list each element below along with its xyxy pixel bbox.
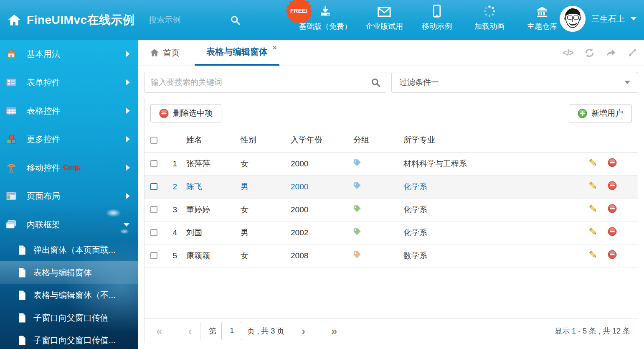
search-icon[interactable] [371,78,380,89]
edit-icon[interactable] [588,181,598,190]
tag-icon [352,181,361,190]
sidebar-subitem-label: 表格与编辑窗体（不... [33,290,116,301]
cell-year: 2002 [287,221,349,244]
row-checkbox[interactable] [150,183,157,190]
cell-gender: 女 [236,152,287,175]
sidebar-subitem-child-to-parent[interactable]: 子窗口向父窗口传值 [0,306,138,329]
document-icon [18,267,27,278]
sidebar-subitem-label: 弹出窗体（本页面或... [33,245,116,256]
delete-selected-button[interactable]: 删除选中项 [150,104,221,122]
table-header-row: 姓名 性别 入学年份 分组 所学专业 [145,128,638,152]
delete-icon[interactable] [608,181,617,190]
frames-icon [6,219,17,230]
header-search-input[interactable] [149,15,212,25]
page-suffix: 页 , 共 3 页 [247,326,284,336]
sidebar-item-page-layout[interactable]: 页面布局 [0,182,138,210]
button-label: 删除选中项 [173,108,213,119]
nav-item-mobile-demo[interactable]: 移动示例 [417,5,457,31]
app-window: FineUIMvc在线示例 FREE! 基础版（免费） 企业版试用 移动示例 [0,0,644,349]
main-area: 首页 表格与编辑窗体 × </> [138,40,644,349]
sidebar-subitem-grid-edit-window-2[interactable]: 表格与编辑窗体（不... [0,284,138,306]
prev-page-button[interactable]: ‹ [188,326,192,336]
sidebar-item-mobile-controls[interactable]: 移动控件 Corp. [0,153,138,182]
major-link[interactable]: 化学系 [403,182,427,191]
chevron-right-icon [126,51,130,57]
button-label: 新增用户 [591,108,623,119]
keyword-search-input[interactable] [145,72,386,92]
sidebar-item-grid-controls[interactable]: 表格控件 [0,97,138,125]
add-user-button[interactable]: 新增用户 [569,104,632,122]
document-icon [18,290,27,300]
sidebar-item-iframe[interactable]: 内联框架 [0,210,138,239]
search-icon[interactable] [230,15,240,25]
tag-icon [352,204,361,213]
major-link[interactable]: 材料科学与工程系 [403,159,467,168]
last-page-button[interactable]: » [331,326,337,336]
record-summary: 显示 1 - 5 条 , 共 12 条 [555,326,630,336]
sidebar-item-more-controls[interactable]: 更多控件 [0,125,138,153]
major-link[interactable]: 数学系 [403,251,427,260]
nav-item-theme-repo[interactable]: 主题仓库 [522,5,562,31]
table-row[interactable]: 4 刘国 男 2002 化学系 [145,221,638,244]
grid-toolbar: 删除选中项 新增用户 [145,98,638,128]
table-row[interactable]: 2 陈飞 男 2000 化学系 [145,175,638,198]
row-checkbox[interactable] [150,252,157,259]
edit-icon[interactable] [588,204,598,213]
delete-icon[interactable] [608,204,617,213]
refresh-icon[interactable] [584,48,595,58]
row-checkbox[interactable] [150,160,157,167]
sidebar-subitem-grid-edit-window[interactable]: 表格与编辑窗体 [0,261,138,284]
sidebar-subitem-child-to-parent-2[interactable]: 子窗口向父窗口传值... [0,329,138,349]
next-page-button[interactable]: › [302,326,305,336]
edit-icon[interactable] [588,250,598,259]
nav-label: 企业版试用 [365,21,403,31]
minus-circle-icon [159,109,169,118]
cell-year: 2000 [287,198,349,221]
nav-item-loading-anim[interactable]: 加载动画 [469,5,510,31]
nav-item-enterprise-trial[interactable]: 企业版试用 [364,5,404,31]
filter-dropdown[interactable]: 过滤条件一 [391,72,638,93]
cell-name: 张萍萍 [182,152,236,175]
major-link[interactable]: 化学系 [403,205,427,214]
chevron-right-icon [126,79,130,85]
tab-grid-edit-window[interactable]: 表格与编辑窗体 × [195,40,279,66]
divider [293,322,293,340]
col-major: 所学专业 [399,128,588,152]
row-checkbox[interactable] [150,206,157,213]
share-icon[interactable] [606,48,616,58]
sidebar-item-form-controls[interactable]: 表单控件 [0,68,138,97]
edit-icon[interactable] [588,158,598,167]
delete-icon[interactable] [608,158,617,167]
user-menu[interactable]: 三生石上 [560,6,636,32]
sidebar-subitem-popup-window[interactable]: 弹出窗体（本页面或... [0,239,138,261]
home-icon[interactable] [8,13,21,27]
major-link[interactable]: 化学系 [403,228,427,237]
tag-icon [352,227,361,236]
col-year: 入学年份 [287,128,349,152]
select-all-checkbox[interactable] [150,137,157,144]
table-row[interactable]: 1 张萍萍 女 2000 材料科学与工程系 [145,152,638,175]
edit-icon[interactable] [588,227,598,236]
chevron-down-icon [631,17,636,20]
nav-item-basic-version[interactable]: 基础版（免费） [299,5,352,31]
row-checkbox[interactable] [150,229,157,236]
first-page-button[interactable]: « [156,326,162,336]
tab-home[interactable]: 首页 [144,40,185,66]
delete-icon[interactable] [608,227,617,236]
close-icon[interactable]: × [272,43,277,51]
table-row[interactable]: 3 董婷婷 女 2000 化学系 [145,198,638,221]
cell-gender: 男 [236,221,287,244]
row-number: 3 [163,198,182,221]
sidebar-item-label: 基本用法 [27,48,60,60]
nav-label: 基础版（免费） [299,21,352,31]
chevron-down-icon [624,81,630,84]
table-row[interactable]: 5 康颖颖 女 2008 数学系 [145,244,638,267]
cell-gender: 女 [236,244,287,267]
sidebar-item-basic-usage[interactable]: 基本用法 [0,40,138,68]
sidebar-item-label: 表格控件 [27,105,60,117]
delete-icon[interactable] [608,250,617,259]
fullscreen-icon[interactable] [627,48,637,58]
sidebar-item-label: 更多控件 [27,134,60,145]
source-code-icon[interactable]: </> [563,48,573,58]
page-number-input[interactable] [221,322,242,340]
